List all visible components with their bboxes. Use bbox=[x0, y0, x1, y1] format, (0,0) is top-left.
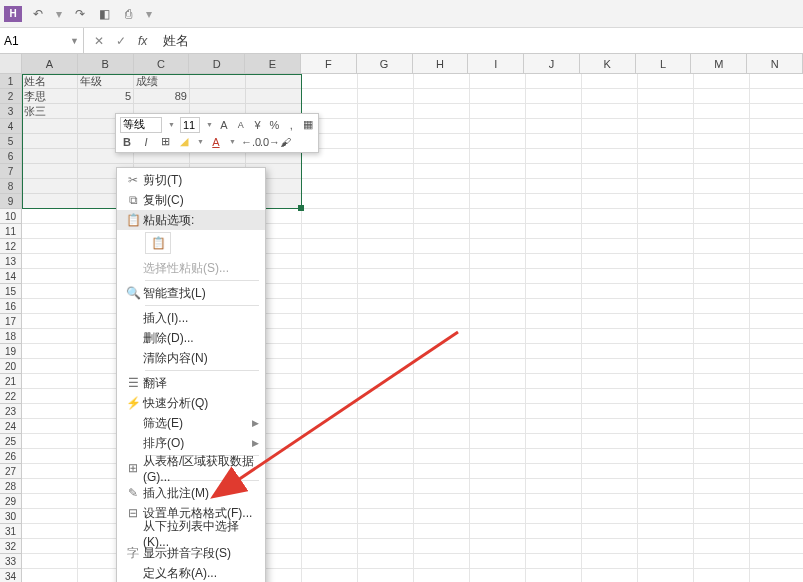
cell[interactable] bbox=[638, 509, 694, 524]
cell[interactable] bbox=[22, 449, 78, 464]
menu-item[interactable]: 定义名称(A)... bbox=[117, 563, 265, 582]
cell[interactable] bbox=[526, 164, 582, 179]
cell[interactable] bbox=[302, 164, 358, 179]
cell[interactable] bbox=[750, 314, 803, 329]
cell[interactable] bbox=[470, 359, 526, 374]
cell[interactable] bbox=[358, 434, 414, 449]
cell[interactable] bbox=[470, 74, 526, 89]
cell[interactable] bbox=[750, 404, 803, 419]
cell[interactable] bbox=[22, 509, 78, 524]
row-header[interactable]: 9 bbox=[0, 194, 22, 209]
cell[interactable] bbox=[414, 299, 470, 314]
cell[interactable] bbox=[414, 479, 470, 494]
cell[interactable] bbox=[526, 194, 582, 209]
cell[interactable] bbox=[750, 554, 803, 569]
row-header[interactable]: 16 bbox=[0, 299, 22, 314]
cell[interactable] bbox=[470, 134, 526, 149]
cell[interactable] bbox=[582, 74, 638, 89]
column-header[interactable]: G bbox=[357, 54, 413, 74]
row-header[interactable]: 25 bbox=[0, 434, 22, 449]
row-header[interactable]: 7 bbox=[0, 164, 22, 179]
cell[interactable] bbox=[358, 209, 414, 224]
cell[interactable] bbox=[358, 359, 414, 374]
cell[interactable] bbox=[414, 269, 470, 284]
cell[interactable] bbox=[470, 509, 526, 524]
cell[interactable] bbox=[694, 344, 750, 359]
cell[interactable] bbox=[694, 119, 750, 134]
column-header[interactable]: D bbox=[189, 54, 245, 74]
cell[interactable] bbox=[358, 569, 414, 582]
cell[interactable] bbox=[750, 344, 803, 359]
cell[interactable] bbox=[22, 554, 78, 569]
cell[interactable] bbox=[470, 464, 526, 479]
cell[interactable] bbox=[22, 269, 78, 284]
cell[interactable] bbox=[582, 479, 638, 494]
cell[interactable] bbox=[582, 119, 638, 134]
cell[interactable] bbox=[358, 449, 414, 464]
cell[interactable] bbox=[638, 554, 694, 569]
cell[interactable] bbox=[750, 134, 803, 149]
cell[interactable] bbox=[638, 209, 694, 224]
cell[interactable] bbox=[470, 224, 526, 239]
cell[interactable] bbox=[358, 89, 414, 104]
fill-color-icon[interactable]: ◢ bbox=[177, 135, 191, 148]
cell[interactable] bbox=[358, 224, 414, 239]
cell[interactable] bbox=[22, 329, 78, 344]
cell[interactable] bbox=[694, 164, 750, 179]
cell[interactable] bbox=[526, 344, 582, 359]
cell[interactable]: 成绩 bbox=[134, 74, 190, 89]
cell[interactable] bbox=[750, 74, 803, 89]
cell[interactable]: 89 bbox=[134, 89, 190, 104]
cell[interactable] bbox=[582, 239, 638, 254]
cell[interactable] bbox=[470, 314, 526, 329]
cell[interactable] bbox=[750, 104, 803, 119]
paste-option-button[interactable]: 📋 bbox=[145, 232, 171, 254]
cell[interactable] bbox=[638, 479, 694, 494]
column-header[interactable]: I bbox=[468, 54, 524, 74]
cell[interactable] bbox=[582, 359, 638, 374]
column-header[interactable]: L bbox=[636, 54, 692, 74]
cell[interactable] bbox=[694, 554, 750, 569]
cell[interactable] bbox=[638, 389, 694, 404]
cell[interactable]: 姓名 bbox=[22, 74, 78, 89]
cell[interactable] bbox=[470, 284, 526, 299]
cell[interactable] bbox=[526, 524, 582, 539]
cell[interactable] bbox=[22, 374, 78, 389]
cell[interactable] bbox=[526, 329, 582, 344]
cell[interactable] bbox=[302, 419, 358, 434]
cell[interactable] bbox=[526, 179, 582, 194]
cell[interactable] bbox=[470, 404, 526, 419]
row-header[interactable]: 3 bbox=[0, 104, 22, 119]
cell[interactable] bbox=[694, 569, 750, 582]
cell[interactable] bbox=[526, 299, 582, 314]
cell[interactable] bbox=[414, 74, 470, 89]
cell[interactable] bbox=[22, 404, 78, 419]
cell[interactable] bbox=[526, 479, 582, 494]
menu-item[interactable]: ✎插入批注(M) bbox=[117, 483, 265, 503]
column-header[interactable]: H bbox=[413, 54, 469, 74]
cell[interactable] bbox=[302, 449, 358, 464]
cell[interactable] bbox=[526, 89, 582, 104]
cell[interactable] bbox=[750, 164, 803, 179]
cell[interactable] bbox=[694, 434, 750, 449]
chevron-down-icon[interactable]: ▼ bbox=[229, 138, 236, 145]
decrease-decimal-icon[interactable]: ←.0 bbox=[241, 136, 255, 148]
cell[interactable] bbox=[302, 209, 358, 224]
cell[interactable] bbox=[526, 254, 582, 269]
comma-format-icon[interactable]: , bbox=[285, 119, 297, 131]
percent-format-icon[interactable]: % bbox=[268, 119, 280, 131]
cell[interactable] bbox=[750, 359, 803, 374]
cell[interactable] bbox=[358, 374, 414, 389]
select-all-corner[interactable] bbox=[0, 54, 22, 74]
cell[interactable] bbox=[526, 269, 582, 284]
row-header[interactable]: 22 bbox=[0, 389, 22, 404]
cell[interactable] bbox=[638, 539, 694, 554]
formula-input[interactable]: 姓名 bbox=[157, 32, 803, 50]
cell[interactable] bbox=[358, 494, 414, 509]
italic-icon[interactable]: I bbox=[139, 136, 153, 148]
redo-icon[interactable]: ↷ bbox=[72, 6, 88, 22]
cell[interactable] bbox=[582, 569, 638, 582]
cell[interactable] bbox=[414, 539, 470, 554]
cell[interactable] bbox=[694, 149, 750, 164]
cell[interactable] bbox=[694, 134, 750, 149]
